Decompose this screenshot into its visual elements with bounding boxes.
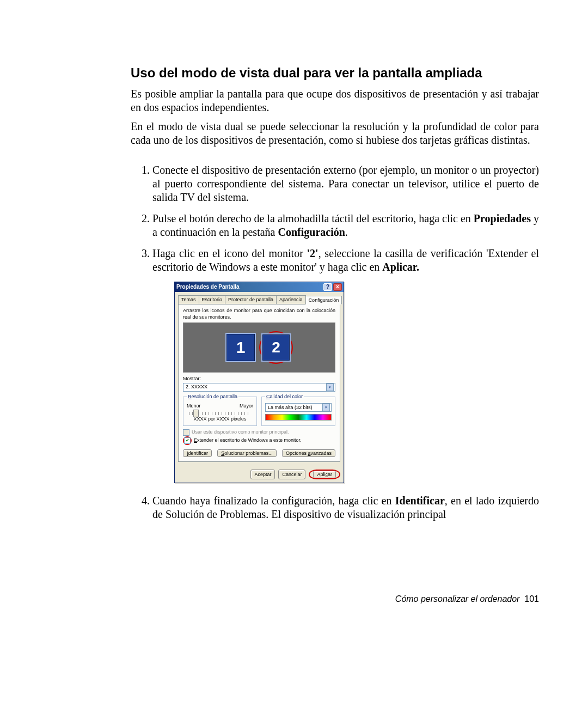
- checkbox-extend[interactable]: ✔: [184, 437, 191, 444]
- tab-configuracion[interactable]: Configuración: [305, 296, 342, 304]
- resolution-slider[interactable]: [189, 412, 251, 415]
- tab-protector[interactable]: Protector de pantalla: [225, 295, 277, 304]
- color-quality-selector[interactable]: La más alta (32 bits) ▾: [265, 403, 332, 412]
- drag-hint: Arrastre los iconos de monitor para que …: [183, 308, 335, 320]
- monitor-arrangement-area[interactable]: 1 2: [183, 322, 335, 373]
- resolution-group: Resolución de pantalla Menor Mayor XXXX …: [183, 394, 257, 426]
- chevron-down-icon[interactable]: ▾: [326, 383, 334, 391]
- display-selector-value: 2. XXXXX: [186, 384, 207, 390]
- step-4: Cuando haya finalizado la configuración,…: [152, 494, 539, 521]
- footer-page-number: 101: [524, 594, 539, 604]
- highlight-circle-extend-checkbox: ✔: [183, 436, 192, 445]
- section-title: Uso del modo de vista dual para ver la p…: [131, 65, 539, 81]
- dialog-titlebar[interactable]: Propiedades de Pantalla ? ×: [175, 282, 344, 292]
- monitor-1-icon[interactable]: 1: [225, 333, 256, 362]
- close-icon[interactable]: ×: [333, 283, 342, 291]
- resolution-min-label: Menor: [187, 403, 201, 409]
- apply-button[interactable]: Aplicar: [313, 471, 336, 478]
- display-properties-dialog: Propiedades de Pantalla ? × Temas Escrit…: [174, 282, 344, 483]
- resolution-max-label: Mayor: [240, 403, 253, 409]
- steps-list: Conecte el dispositivo de presentación e…: [131, 163, 539, 521]
- mostrar-label: Mostrar:: [183, 376, 335, 382]
- checkbox-primary: [183, 429, 189, 436]
- primary-monitor-label: Usar este dispositivo como monitor princ…: [192, 429, 289, 435]
- tab-temas[interactable]: Temas: [178, 295, 199, 304]
- tab-escritorio[interactable]: Escritorio: [199, 295, 226, 304]
- step-1: Conecte el dispositivo de presentación e…: [152, 163, 539, 204]
- highlight-circle-monitor2: 2: [259, 331, 293, 364]
- extend-desktop-checkbox-row[interactable]: ✔ Extender el escritorio de Windows a es…: [183, 436, 335, 445]
- identify-button[interactable]: Identificar: [183, 449, 212, 457]
- advanced-options-button[interactable]: Opciones avanzadas: [282, 449, 335, 457]
- troubleshoot-button[interactable]: Solucionar problemas...: [217, 449, 277, 457]
- ok-button[interactable]: Aceptar: [250, 470, 275, 479]
- resolution-legend: Resolución de pantalla: [187, 394, 238, 400]
- step-3: Haga clic en el icono del monitor '2', s…: [152, 247, 539, 483]
- color-legend: Calidad del color: [265, 394, 304, 400]
- footer-chapter: Cómo personalizar el ordenador: [395, 594, 520, 604]
- color-quality-value: La más alta (32 bits): [268, 405, 313, 411]
- page-footer: Cómo personalizar el ordenador 101: [395, 594, 539, 604]
- highlight-oval-apply: Aplicar: [309, 470, 340, 479]
- intro-paragraph-2: En el modo de vista dual se puede selecc…: [131, 120, 539, 147]
- monitor-2-icon[interactable]: 2: [261, 333, 291, 362]
- primary-monitor-checkbox-row: Usar este dispositivo como monitor princ…: [183, 429, 335, 436]
- display-selector[interactable]: 2. XXXXX ▾: [183, 383, 335, 392]
- chevron-down-icon[interactable]: ▾: [322, 404, 330, 411]
- slider-thumb[interactable]: [193, 410, 199, 417]
- step-2: Pulse el botón derecho de la almohadilla…: [152, 212, 539, 239]
- cancel-button[interactable]: Cancelar: [278, 470, 305, 479]
- color-quality-group: Calidad del color La más alta (32 bits) …: [261, 394, 335, 426]
- tab-apariencia[interactable]: Apariencia: [276, 295, 306, 304]
- dialog-title: Propiedades de Pantalla: [176, 284, 240, 291]
- help-icon[interactable]: ?: [323, 283, 332, 291]
- extend-desktop-label: Extender el escritorio de Windows a este…: [194, 437, 302, 443]
- color-spectrum-bar: [265, 414, 332, 421]
- dialog-tabs: Temas Escritorio Protector de pantalla A…: [178, 295, 340, 304]
- intro-paragraph-1: Es posible ampliar la pantalla para que …: [131, 87, 539, 114]
